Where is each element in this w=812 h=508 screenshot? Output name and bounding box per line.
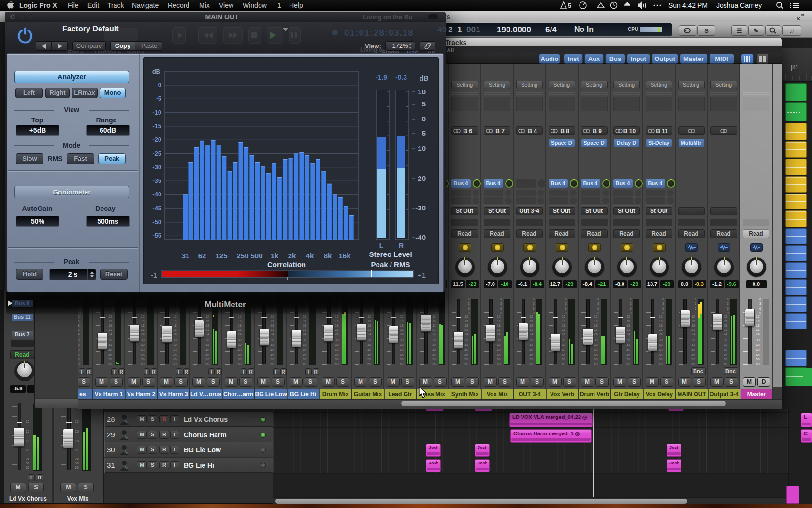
svg-text:-10: -10 bbox=[152, 109, 161, 116]
svg-text:-30: -30 bbox=[152, 164, 161, 171]
svg-text:250: 250 bbox=[236, 252, 248, 260]
svg-text:10: 10 bbox=[418, 88, 426, 96]
svg-text:-45: -45 bbox=[152, 205, 161, 212]
svg-text:62: 62 bbox=[198, 252, 206, 260]
svg-text:-20: -20 bbox=[152, 136, 161, 143]
svg-text:-55: -55 bbox=[152, 232, 161, 239]
svg-text:-50: -50 bbox=[152, 218, 161, 225]
svg-text:-1: -1 bbox=[151, 271, 157, 279]
svg-text:-35: -35 bbox=[152, 177, 161, 184]
svg-text:Correlation: Correlation bbox=[267, 260, 306, 269]
svg-text:-5: -5 bbox=[156, 95, 161, 102]
svg-text:-40: -40 bbox=[152, 191, 161, 198]
svg-text:-0.3: -0.3 bbox=[395, 74, 407, 81]
svg-text:1k: 1k bbox=[271, 252, 279, 260]
svg-text:125: 125 bbox=[215, 252, 227, 260]
svg-text:500: 500 bbox=[250, 252, 262, 260]
svg-text:8k: 8k bbox=[324, 252, 332, 260]
svg-text:-15: -15 bbox=[152, 122, 161, 130]
svg-text:2k: 2k bbox=[288, 252, 296, 260]
svg-text:-25: -25 bbox=[152, 150, 161, 157]
svg-text:4k: 4k bbox=[306, 252, 314, 260]
svg-text:-40: -40 bbox=[415, 233, 426, 241]
svg-text:0: 0 bbox=[422, 115, 426, 123]
svg-text:-20: -20 bbox=[415, 174, 426, 182]
svg-text:R: R bbox=[399, 242, 404, 250]
svg-text:L: L bbox=[379, 242, 384, 250]
svg-text:0: 0 bbox=[158, 81, 161, 89]
svg-text:dB: dB bbox=[420, 75, 429, 82]
svg-text:Stereo Level: Stereo Level bbox=[369, 250, 412, 258]
svg-text:-10: -10 bbox=[415, 144, 426, 152]
svg-text:16k: 16k bbox=[338, 252, 351, 260]
svg-text:Peak / RMS: Peak / RMS bbox=[371, 260, 410, 269]
svg-text:-5: -5 bbox=[420, 129, 426, 137]
svg-text:-1.9: -1.9 bbox=[376, 74, 387, 81]
svg-text:5: 5 bbox=[568, 2, 571, 9]
svg-text:+1: +1 bbox=[418, 271, 426, 279]
svg-text:dB: dB bbox=[152, 68, 160, 75]
svg-text:31: 31 bbox=[182, 252, 190, 260]
svg-text:-30: -30 bbox=[415, 204, 426, 212]
svg-text:5: 5 bbox=[422, 100, 426, 108]
